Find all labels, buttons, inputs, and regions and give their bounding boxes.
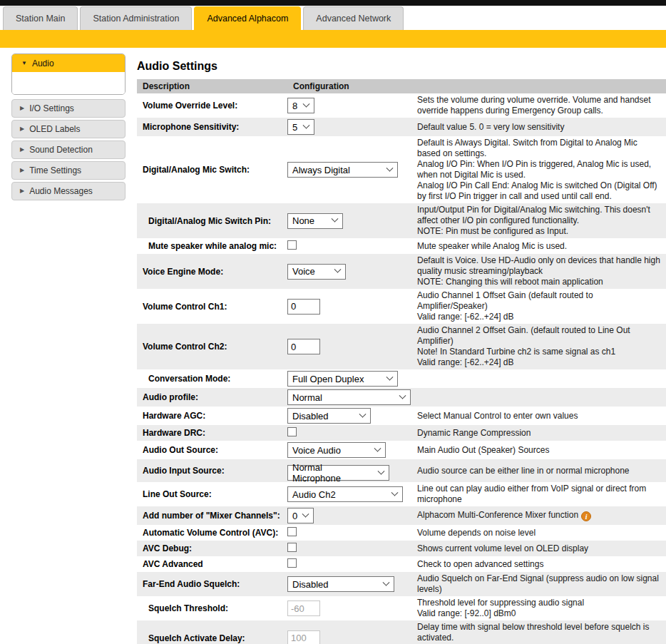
sidebar-item-sound-detection[interactable]: ▶Sound Detection (11, 140, 125, 159)
add-number-of-mixer-channels-select[interactable]: 0 (287, 508, 314, 523)
help-text: Main Audio Out (Speaker) Sources (417, 445, 666, 456)
setting-label: Mute speaker while analog mic: (137, 241, 287, 251)
chevron-down-icon (302, 510, 309, 517)
tab-advanced-network[interactable]: Advanced Network (303, 6, 404, 30)
sidebar-item-label: Audio Messages (29, 186, 93, 196)
setting-config-cell: None (287, 213, 417, 229)
tab-station-administration[interactable]: Station Administration (80, 6, 192, 30)
digital-analog-mic-switch-select[interactable]: Always Digital (287, 162, 398, 178)
setting-config-cell (287, 339, 417, 354)
setting-config-cell: Full Open Duplex (287, 371, 417, 387)
chevron-right-icon: ▶ (20, 126, 24, 132)
table-row: Microphone Sensitivity:5Default value 5.… (137, 118, 666, 136)
digital-analog-mic-switch-pin-select[interactable]: None (287, 213, 343, 229)
setting-config-cell: Voice Audio (287, 442, 417, 458)
setting-label: Volume Control Ch2: (137, 342, 287, 352)
line-out-source-select[interactable]: Audio Ch2 (287, 486, 403, 502)
setting-label: AVC Advanced (137, 559, 287, 569)
setting-config-cell: Normal Microphone (287, 461, 417, 481)
column-header-configuration: Configuration (287, 81, 666, 91)
sidebar-item-i-o-settings[interactable]: ▶I/O Settings (11, 99, 125, 118)
tab-advanced-alphacom[interactable]: Advanced Alphacom (194, 6, 301, 30)
chevron-down-icon (334, 266, 342, 273)
help-text: Shows current volume level on OLED displ… (417, 543, 666, 554)
setting-label: Far-End Audio Squelch: (137, 579, 287, 589)
select-value: Always Digital (292, 165, 350, 175)
volume-control-ch1-input[interactable] (287, 299, 320, 315)
voice-engine-mode-select[interactable]: Voice (287, 264, 346, 280)
volume-control-ch2-input[interactable] (287, 339, 320, 354)
far-end-audio-squelch-select[interactable]: Disabled (287, 576, 394, 592)
table-row: Conversation Mode:Full Open Duplex (137, 369, 666, 388)
chevron-right-icon: ▶ (20, 147, 24, 153)
sidebar-item-label: OLED Labels (29, 124, 80, 134)
sidebar: ▼ Audio ▶I/O Settings▶OLED Labels▶Sound … (11, 53, 125, 200)
mute-speaker-while-analog-mic-checkbox[interactable] (287, 240, 297, 250)
sidebar-item-label: I/O Settings (29, 103, 74, 113)
squelch-activate-delay-input (287, 630, 320, 644)
setting-label: Add number of "Mixer Channels": (137, 511, 287, 521)
select-value: Audio Ch2 (292, 489, 336, 500)
audio-profile-select[interactable]: Normal (287, 389, 411, 405)
select-value: Normal (292, 392, 322, 403)
help-text: Line out can play audio either from VoIP… (417, 484, 666, 505)
setting-config-cell: Normal (287, 389, 417, 405)
audio-input-source-select[interactable]: Normal Microphone (287, 465, 389, 481)
sidebar-item-oled-labels[interactable]: ▶OLED Labels (11, 120, 125, 138)
sidebar-item-audio-messages[interactable]: ▶Audio Messages (11, 182, 125, 200)
table-header: Description Configuration (137, 79, 666, 93)
table-row: AVC Debug:Shows current volume level on … (137, 541, 666, 556)
help-text: Threshold level for suppressing audio si… (417, 598, 666, 619)
table-row: Voice Engine Mode:VoiceDefault is Voice.… (137, 254, 666, 289)
setting-config-cell (287, 526, 417, 539)
table-row: Volume Override Level:8Sets the volume d… (137, 93, 666, 118)
setting-label: Digital/Analog Mic Switch Pin: (137, 216, 287, 226)
hardware-agc-select[interactable]: Disabled (287, 408, 371, 424)
setting-label: Audio profile: (137, 392, 287, 402)
table-row: Automatic Volume Control (AVC):Volume de… (137, 525, 666, 541)
sidebar-section-audio[interactable]: ▼ Audio (12, 54, 125, 72)
setting-label: Conversation Mode: (137, 374, 287, 384)
setting-label: Hardware DRC: (137, 428, 287, 438)
table-row: Audio profile:Normal (137, 388, 666, 407)
squelch-threshold-input (287, 600, 320, 616)
setting-config-cell: Disabled (287, 576, 417, 592)
chevron-down-icon: ▼ (21, 61, 27, 66)
hardware-drc-checkbox[interactable] (287, 427, 297, 436)
tab-bar: Station MainStation AdministrationAdvanc… (0, 6, 666, 30)
help-text: Delay time with signal below threshold l… (417, 622, 666, 644)
help-text: Volume depends on noise level (417, 528, 666, 538)
setting-config-cell (287, 542, 417, 555)
help-text: Default is Voice. Use HD-Audio only on d… (417, 255, 666, 287)
avc-debug-checkbox[interactable] (287, 543, 297, 552)
settings-table: Volume Override Level:8Sets the volume d… (137, 93, 666, 644)
setting-config-cell: Disabled (287, 408, 417, 424)
setting-config-cell: 5 (287, 119, 417, 135)
sidebar-item-time-settings[interactable]: ▶Time Settings (11, 161, 125, 180)
setting-config-cell (287, 600, 417, 616)
chevron-down-icon (386, 164, 394, 171)
column-header-description: Description (137, 81, 287, 91)
automatic-volume-control-avc-checkbox[interactable] (287, 527, 297, 536)
avc-advanced-checkbox[interactable] (287, 558, 297, 568)
sidebar-section-body (12, 72, 125, 94)
select-value: Disabled (292, 411, 329, 421)
setting-label: Hardware AGC: (137, 411, 287, 421)
table-row: Audio Out Source:Voice AudioMain Audio O… (137, 441, 666, 459)
main-panel: Audio Settings Description Configuration… (137, 48, 666, 644)
tab-station-main[interactable]: Station Main (3, 6, 78, 30)
conversation-mode-select[interactable]: Full Open Duplex (287, 371, 398, 387)
select-value: Normal Microphone (292, 462, 373, 484)
select-value: Disabled (292, 579, 329, 590)
volume-override-level-select[interactable]: 8 (287, 98, 314, 113)
select-value: Voice Audio (292, 445, 341, 456)
setting-config-cell (287, 299, 417, 315)
select-value: 8 (292, 101, 297, 111)
microphone-sensitivity-select[interactable]: 5 (287, 119, 314, 135)
chevron-down-icon (374, 444, 381, 451)
audio-out-source-select[interactable]: Voice Audio (287, 442, 386, 458)
chevron-right-icon: ▶ (20, 188, 24, 194)
chevron-down-icon (332, 215, 339, 223)
setting-config-cell (287, 630, 417, 644)
info-icon[interactable]: i (581, 511, 591, 521)
